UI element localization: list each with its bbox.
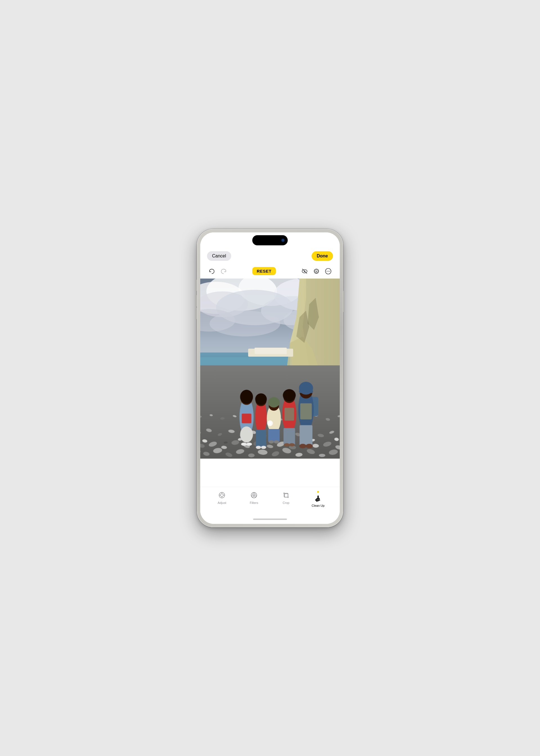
svg-point-114 [274, 440, 279, 443]
edit-panel: Adjust Filters [200, 459, 340, 515]
svg-rect-143 [285, 494, 288, 497]
undo-button[interactable] [208, 267, 215, 275]
home-bar [253, 519, 287, 520]
svg-point-101 [246, 442, 252, 445]
phone-screen: Cancel Done [200, 232, 340, 524]
svg-point-132 [269, 422, 271, 424]
done-button[interactable]: Done [312, 251, 333, 261]
bottom-toolbar: Adjust Filters [200, 487, 340, 515]
photo-area [200, 278, 340, 459]
reset-button[interactable]: RESET [252, 267, 276, 275]
svg-point-134 [220, 494, 223, 497]
photo-container[interactable] [200, 278, 340, 459]
svg-point-130 [306, 444, 313, 448]
filters-icon [250, 491, 258, 500]
cleanup-label: Clean Up [312, 504, 325, 507]
svg-point-107 [261, 446, 266, 449]
svg-point-105 [255, 393, 267, 405]
svg-point-37 [248, 453, 254, 457]
top-bar: Cancel Done [200, 248, 340, 264]
adjust-tool[interactable]: Adjust [212, 491, 232, 505]
svg-point-100 [241, 442, 247, 445]
adjust-label: Adjust [218, 501, 226, 505]
dynamic-island [252, 235, 288, 245]
front-camera [282, 239, 284, 242]
svg-point-142 [254, 495, 256, 497]
auto-enhance-button[interactable]: A [313, 267, 320, 275]
svg-rect-128 [299, 390, 313, 393]
redo-button[interactable] [220, 267, 227, 275]
svg-point-98 [240, 390, 253, 404]
crop-icon [282, 491, 290, 500]
svg-rect-116 [284, 408, 294, 421]
home-indicator [200, 515, 340, 524]
svg-point-141 [252, 495, 254, 497]
edit-toolbar: RESET A [200, 264, 340, 278]
svg-point-119 [283, 389, 296, 401]
svg-point-121 [289, 443, 295, 446]
phone-frame: Cancel Done [197, 229, 343, 527]
svg-point-6 [327, 271, 328, 271]
svg-point-106 [256, 446, 261, 449]
filters-tool[interactable]: Filters [244, 491, 264, 505]
svg-rect-109 [268, 429, 280, 442]
svg-point-7 [328, 271, 329, 271]
svg-rect-99 [242, 414, 251, 423]
crop-tool[interactable]: Crop [276, 491, 296, 505]
status-bar [200, 232, 340, 248]
svg-text:A: A [316, 270, 318, 273]
svg-rect-124 [300, 403, 312, 419]
cleanup-tool[interactable]: Clean Up [308, 491, 328, 507]
svg-rect-125 [300, 425, 313, 446]
svg-point-120 [284, 443, 290, 446]
more-options-button[interactable] [325, 267, 332, 275]
filters-label: Filters [250, 501, 258, 505]
svg-rect-112 [268, 402, 280, 405]
svg-point-8 [329, 271, 330, 271]
svg-point-19 [209, 311, 280, 336]
svg-rect-103 [256, 430, 266, 447]
crop-label: Crop [283, 501, 289, 505]
svg-point-113 [269, 440, 274, 443]
svg-point-43 [319, 454, 326, 457]
cleanup-active-dot [317, 491, 319, 493]
cancel-button[interactable]: Cancel [207, 251, 231, 261]
adjust-icon [218, 491, 226, 500]
svg-point-129 [299, 444, 306, 448]
svg-point-96 [240, 426, 253, 442]
hide-original-button[interactable] [301, 267, 308, 275]
svg-rect-30 [254, 348, 287, 354]
cleanup-icon [314, 494, 322, 502]
svg-rect-117 [284, 428, 295, 445]
